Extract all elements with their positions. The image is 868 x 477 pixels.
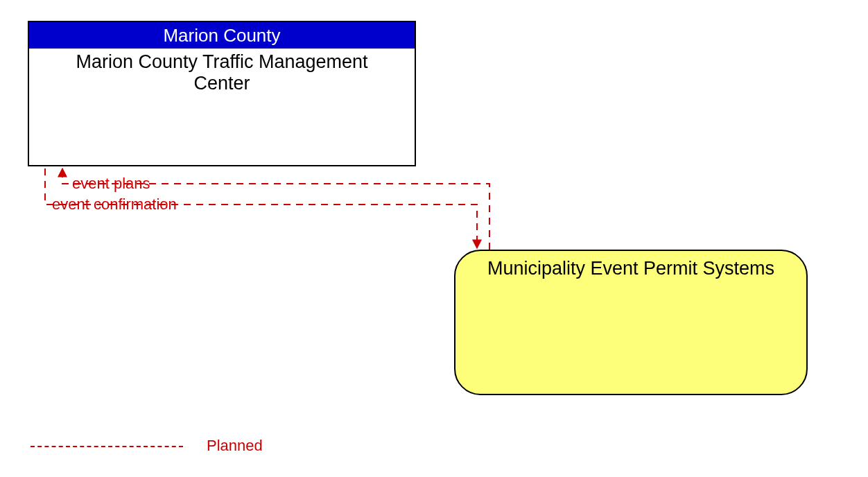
legend-planned-line	[31, 446, 183, 447]
node-county-header: Marion County	[29, 22, 415, 49]
flow-label-event-confirmation: event confirmation	[52, 196, 177, 214]
node-county-title: Marion County Traffic Management Center	[29, 49, 415, 94]
node-county-traffic-mgmt-center: Marion County Marion County Traffic Mana…	[28, 21, 416, 166]
legend-planned-label: Planned	[207, 437, 263, 455]
node-municipality-event-permit-systems: Municipality Event Permit Systems	[454, 250, 808, 395]
node-municipality-title: Municipality Event Permit Systems	[455, 258, 806, 279]
flow-label-event-plans: event plans	[72, 175, 150, 193]
